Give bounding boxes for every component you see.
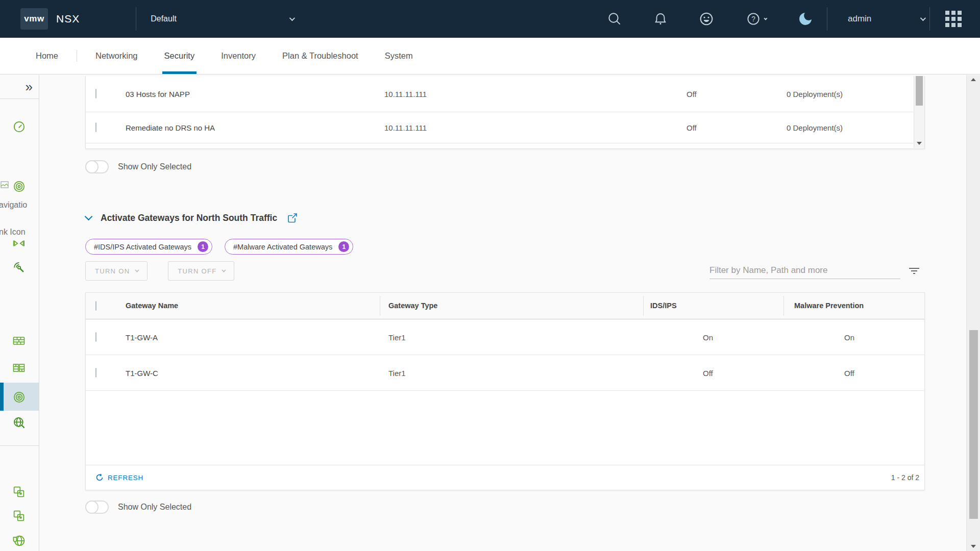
show-only-selected-toggle[interactable] [85,500,109,514]
filter-icon[interactable] [908,265,921,277]
cluster-name: Remediate no DRS no HA [126,123,215,132]
gateway-name: T1-GW-A [126,333,158,341]
table-row: 03 Hosts for NAPP 10.11.11.111 Off 0 Dep… [86,76,913,112]
dashboard-gauge-icon[interactable] [11,119,27,134]
gateway-actions: TURN ON TURN OFF [85,261,234,281]
broken-image-icon [1,181,9,189]
scroll-up-arrow-icon[interactable] [971,78,976,81]
sidebar-label-fragment-navigation[interactable]: avigatio [0,201,27,210]
collapse-chevron-icon[interactable] [85,212,93,220]
pagination-count: 1 - 2 of 2 [891,473,919,482]
badge-ids-ips-gateways[interactable]: #IDS/IPS Activated Gateways 1 [85,239,212,255]
sidebar-divider [0,98,39,99]
target-selected-icon [11,389,27,405]
row-divider [86,390,924,391]
feedback-smiley-icon[interactable] [698,11,715,27]
tab-plan-troubleshoot[interactable]: Plan & Troubleshoot [269,38,372,74]
help-icon[interactable]: ? [744,11,768,27]
column-header-gateway-name[interactable]: Gateway Name [126,302,178,310]
refresh-button[interactable]: REFRESH [95,473,143,482]
turn-off-label: TURN OFF [178,267,216,275]
badge-count: 1 [338,241,349,252]
tab-security[interactable]: Security [151,38,208,74]
app-launcher-grid-icon[interactable] [945,11,962,27]
clone-arrow-icon[interactable] [11,484,27,499]
username: admin [848,14,871,24]
row-checkbox[interactable] [95,122,96,132]
badge-label: #IDS/IPS Activated Gateways [94,243,191,251]
firewall-icon[interactable] [11,333,27,348]
row-checkbox[interactable] [95,332,96,342]
column-header-gateway-type[interactable]: Gateway Type [388,302,437,310]
table-row: T1-GW-C Tier1 Off Off [86,355,924,390]
column-divider [783,296,784,316]
chevron-down-icon [289,15,295,21]
radar-search-icon[interactable] [11,260,27,275]
distributed-firewall-icon[interactable] [11,360,27,375]
switch-link-icon[interactable] [11,236,27,251]
page-scrollbar[interactable] [966,75,980,551]
table-row: T1-GW-A Tier1 On On [86,319,924,355]
cluster-ip: 10.11.11.111 [384,123,427,132]
gateway-type: Tier1 [388,368,406,377]
target-icon[interactable] [11,179,27,194]
sidebar-expand-icon[interactable]: » [26,80,33,93]
filter-input[interactable] [709,265,900,276]
tab-inventory[interactable]: Inventory [208,38,269,74]
gateway-section-header: Activate Gateways for North South Traffi… [86,212,299,224]
scroll-down-arrow-icon[interactable] [971,545,976,548]
nsx-console-screen: vmw NSX Default [0,0,980,551]
header-divider [136,7,136,31]
globe-search-icon[interactable] [11,415,27,430]
column-header-malware-prevention[interactable]: Malware Prevention [794,302,864,310]
refresh-icon [95,473,104,482]
active-item-indicator [0,383,4,411]
turn-on-label: TURN ON [95,267,130,275]
tab-system[interactable]: System [372,38,426,74]
malware-state-label: Off [844,368,854,377]
column-header-ids-ips[interactable]: IDS/IPS [650,302,677,310]
row-checkbox[interactable] [95,89,96,98]
row-checkbox[interactable] [95,368,96,378]
cluster-deployments: 0 Deployment(s) [787,90,843,98]
external-link-icon[interactable] [286,212,299,224]
show-only-selected-label: Show Only Selected [118,162,191,171]
vmware-logo-text: vmw [24,14,44,24]
org-selector-dropdown[interactable]: Default [151,14,293,23]
notifications-bell-icon[interactable] [652,11,669,27]
user-menu-dropdown[interactable]: admin [827,14,929,24]
badge-malware-gateways[interactable]: #Malware Activated Gateways 1 [225,239,353,255]
badge-label: #Malware Activated Gateways [233,243,332,251]
tab-home[interactable]: Home [22,38,71,74]
gateway-badges: #IDS/IPS Activated Gateways 1 #Malware A… [85,239,353,255]
filter-field [709,262,900,279]
theme-moon-icon[interactable] [797,11,814,27]
vmware-logo[interactable]: vmw [20,8,48,30]
scroll-down-arrow-icon[interactable] [917,142,922,145]
org-selector-value: Default [151,14,177,23]
main-nav-tabbar: Home Networking Security Inventory Plan … [0,38,980,74]
turn-on-button[interactable]: TURN ON [85,261,148,281]
tab-networking[interactable]: Networking [82,38,151,74]
globe-shield-icon[interactable] [11,533,27,548]
clone-arrow-icon-2[interactable] [11,508,27,523]
tab-divider [77,50,77,62]
security-sidebar: » avigatio nk Icon [0,75,39,551]
chevron-down-icon [764,16,767,20]
gateway-table-footer: REFRESH 1 - 2 of 2 [86,465,924,490]
chevron-down-icon [135,268,139,272]
turn-off-button[interactable]: TURN OFF [168,261,234,281]
table-scrollbar[interactable] [914,76,924,148]
refresh-label: REFRESH [108,474,143,482]
page-scrollbar-thumb[interactable] [969,330,978,519]
select-all-checkbox[interactable] [95,301,96,311]
show-only-selected-toggle[interactable] [85,160,109,173]
column-divider [380,296,380,316]
sidebar-item-ids-ips-selected[interactable] [0,383,39,411]
search-icon[interactable] [606,11,623,27]
table-scrollbar-thumb[interactable] [916,76,923,106]
content-area: » avigatio nk Icon [0,75,980,551]
chevron-down-icon [920,15,926,21]
cluster-state-label: Off [687,90,697,98]
product-title: NSX [56,13,80,25]
